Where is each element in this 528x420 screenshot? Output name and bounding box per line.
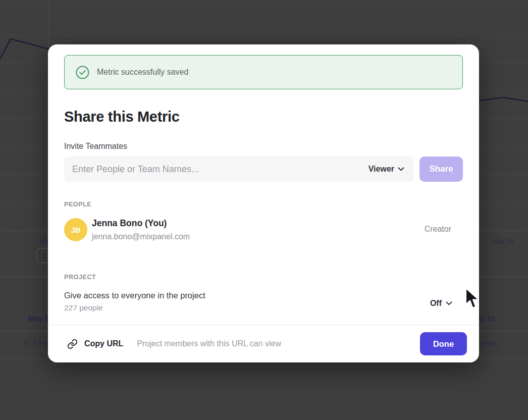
table-date-cell: May 5	[28, 314, 49, 323]
invite-teammates-label: Invite Teammates	[64, 142, 127, 151]
success-toast: Metric successfully saved	[64, 55, 463, 89]
project-access-dropdown[interactable]: Off	[430, 299, 452, 308]
link-icon	[67, 339, 78, 349]
toast-message: Metric successfully saved	[97, 68, 188, 77]
avatar: JB	[64, 218, 87, 241]
axis-tick	[500, 227, 501, 231]
copy-url-label: Copy URL	[84, 339, 123, 348]
share-button[interactable]: Share	[419, 156, 463, 182]
person-email: jenna.bono@mixpanel.com	[92, 232, 190, 241]
modal-footer: Copy URL Project members with this URL c…	[48, 325, 479, 362]
project-access-title: Give access to everyone in the project	[64, 291, 463, 300]
person-name: Jenna Bono (You)	[92, 218, 167, 229]
chevron-down-icon	[398, 167, 404, 171]
person-role: Creator	[425, 225, 451, 234]
footer-helper-text: Project members with this URL can view	[137, 339, 281, 348]
role-dropdown[interactable]: Viewer	[368, 165, 413, 174]
person-row: JB Jenna Bono (You) jenna.bono@mixpanel.…	[64, 218, 463, 242]
invite-people-input[interactable]	[64, 156, 368, 182]
chart-mini-input-value: 1	[42, 252, 46, 260]
role-dropdown-value: Viewer	[368, 165, 394, 174]
axis-date-label: May 26	[492, 237, 514, 245]
table-value-cell: 35%	[480, 339, 498, 348]
project-access-dropdown-value: Off	[430, 299, 442, 308]
table-value-cell: 5.57%	[24, 339, 51, 348]
invite-input-wrap: Viewer	[64, 156, 413, 182]
chevron-down-icon	[446, 301, 452, 305]
project-access-row: Give access to everyone in the project 2…	[64, 291, 463, 315]
check-circle-icon	[76, 66, 89, 79]
project-section-label: PROJECT	[64, 274, 96, 281]
done-button[interactable]: Done	[420, 332, 467, 355]
share-metric-modal: Metric successfully saved Share this Met…	[48, 44, 479, 362]
people-section-label: PEOPLE	[64, 201, 91, 208]
modal-title: Share this Metric	[64, 109, 180, 125]
invite-row: Viewer Share	[64, 156, 463, 182]
copy-url-button[interactable]: Copy URL	[67, 339, 123, 349]
project-access-count: 227 people	[64, 303, 463, 312]
mouse-cursor	[464, 287, 481, 312]
